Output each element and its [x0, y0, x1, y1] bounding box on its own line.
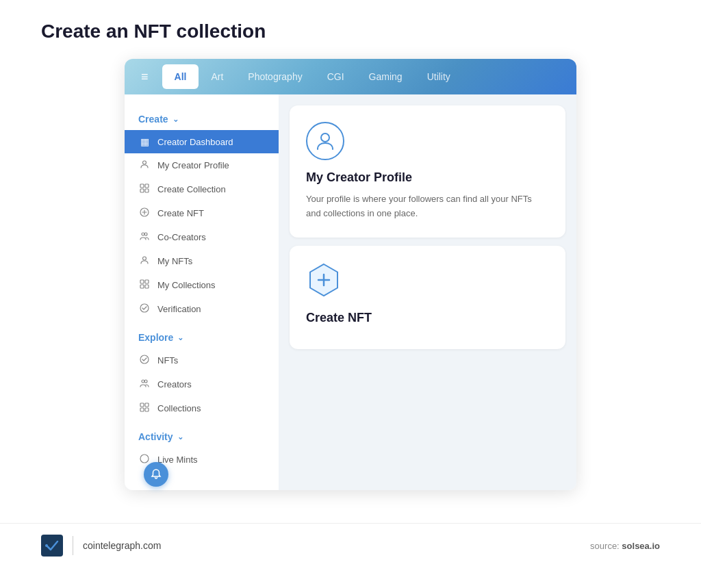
footer-source: source: solsea.io — [590, 541, 660, 551]
profile-icon — [138, 159, 151, 171]
sidebar-item-my-collections[interactable]: My Collections — [125, 273, 279, 297]
sidebar-item-verification[interactable]: Verification — [125, 297, 279, 321]
svg-rect-19 — [140, 403, 144, 407]
sidebar-item-creators[interactable]: Creators — [125, 372, 279, 396]
sidebar-item-my-creator-profile[interactable]: My Creator Profile — [125, 153, 279, 177]
svg-rect-21 — [140, 408, 144, 411]
svg-point-17 — [142, 380, 144, 383]
svg-rect-14 — [145, 285, 149, 288]
create-chevron-icon: ⌄ — [173, 115, 179, 124]
content-area: My Creator Profile Your profile is where… — [279, 94, 576, 490]
svg-rect-1 — [140, 184, 144, 188]
sidebar-item-label: My NFTs — [157, 256, 192, 266]
footer-divider — [73, 536, 73, 555]
my-collections-icon — [138, 279, 151, 291]
explore-section-label[interactable]: Explore ⌄ — [125, 327, 279, 348]
svg-point-9 — [144, 233, 147, 235]
sidebar-item-label: Live Mints — [157, 455, 198, 465]
svg-point-15 — [140, 304, 149, 312]
my-nfts-icon — [138, 255, 151, 267]
svg-rect-20 — [145, 403, 149, 407]
nav-tab-gaming[interactable]: Gaming — [357, 64, 415, 89]
profile-card-icon — [306, 122, 344, 160]
svg-point-16 — [140, 355, 149, 363]
creators-icon — [138, 379, 151, 390]
sidebar-item-create-nft[interactable]: Create NFT — [125, 201, 279, 225]
svg-rect-2 — [145, 184, 149, 188]
activity-chevron-icon: ⌄ — [177, 433, 183, 442]
svg-point-28 — [45, 544, 48, 547]
nav-tab-art[interactable]: Art — [199, 64, 235, 89]
sidebar-item-nfts[interactable]: NFTs — [125, 348, 279, 372]
create-section-label[interactable]: Create ⌄ — [125, 108, 279, 130]
sidebar-item-label: My Creator Profile — [157, 160, 229, 170]
collections-icon — [138, 402, 151, 414]
footer-left: cointelegraph.com — [41, 535, 161, 557]
sidebar-item-create-collection[interactable]: Create Collection — [125, 177, 279, 201]
svg-point-23 — [140, 455, 149, 463]
nav-tab-utility[interactable]: Utility — [415, 64, 463, 89]
sidebar-item-collections[interactable]: Collections — [125, 396, 279, 420]
sidebar-item-label: My Collections — [157, 280, 216, 290]
explore-chevron-icon: ⌄ — [177, 333, 183, 342]
sidebar: Create ⌄ ▦ Creator Dashboard My Creator … — [125, 94, 279, 490]
sidebar-item-co-creators[interactable]: Co-Creators — [125, 225, 279, 249]
create-nft-title: Create NFT — [306, 310, 549, 326]
creator-profile-title: My Creator Profile — [306, 170, 549, 186]
svg-rect-12 — [145, 280, 149, 283]
notification-bell-button[interactable] — [144, 462, 168, 487]
page-title: Create an NFT collection — [0, 21, 266, 42]
footer-source-site: solsea.io — [622, 541, 660, 551]
sidebar-item-label: Create NFT — [157, 208, 204, 218]
sidebar-item-label: Verification — [157, 304, 201, 314]
svg-rect-22 — [145, 408, 149, 411]
verification-icon — [138, 303, 151, 315]
svg-point-24 — [321, 133, 329, 142]
main-area: Create ⌄ ▦ Creator Dashboard My Creator … — [125, 94, 576, 490]
svg-rect-13 — [140, 285, 144, 288]
co-creators-icon — [138, 231, 151, 243]
footer-domain: cointelegraph.com — [83, 540, 161, 551]
dashboard-icon: ▦ — [138, 136, 151, 147]
creator-profile-card: My Creator Profile Your profile is where… — [290, 105, 565, 238]
svg-rect-4 — [145, 189, 149, 192]
sidebar-item-my-nfts[interactable]: My NFTs — [125, 249, 279, 273]
svg-point-18 — [144, 380, 147, 383]
create-nft-card: Create NFT — [290, 246, 565, 349]
sidebar-item-label: Creators — [157, 379, 192, 389]
svg-point-10 — [143, 257, 146, 260]
sidebar-item-label: Creator Dashboard — [157, 137, 233, 147]
nfts-icon — [138, 355, 151, 366]
svg-point-8 — [142, 233, 144, 235]
sidebar-item-label: Create Collection — [157, 184, 226, 194]
nav-tab-all[interactable]: All — [162, 64, 199, 89]
create-nft-icon — [138, 207, 151, 219]
svg-point-0 — [143, 161, 146, 164]
nav-tab-cgi[interactable]: CGI — [315, 64, 357, 89]
sidebar-item-label: Collections — [157, 403, 201, 413]
hamburger-button[interactable]: ≡ — [136, 64, 154, 90]
svg-rect-11 — [140, 280, 144, 283]
sidebar-item-label: Co-Creators — [157, 232, 206, 242]
activity-section-label[interactable]: Activity ⌄ — [125, 426, 279, 448]
svg-rect-3 — [140, 189, 144, 192]
creator-profile-desc: Your profile is where your followers can… — [306, 192, 549, 221]
sidebar-item-label: NFTs — [157, 355, 178, 366]
page-wrapper: Create an NFT collection ≡ All Art Photo… — [0, 0, 701, 588]
nav-tab-photography[interactable]: Photography — [235, 64, 314, 89]
app-container: ≡ All Art Photography CGI Gaming Utility… — [125, 59, 576, 490]
footer: cointelegraph.com source: solsea.io — [0, 523, 701, 567]
cointelegraph-logo-icon — [41, 535, 63, 557]
svg-rect-27 — [41, 535, 63, 557]
collection-icon — [138, 183, 151, 195]
sidebar-item-creator-dashboard[interactable]: ▦ Creator Dashboard — [125, 130, 279, 153]
nav-tabs: All Art Photography CGI Gaming Utility — [162, 64, 463, 89]
top-nav: ≡ All Art Photography CGI Gaming Utility — [125, 59, 576, 94]
create-nft-card-icon — [306, 262, 549, 301]
